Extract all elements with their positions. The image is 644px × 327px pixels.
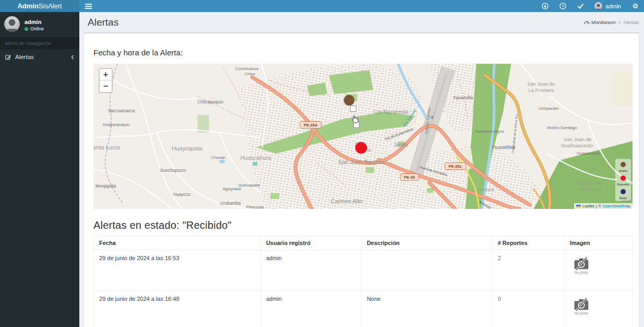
- user-status-label: Online: [30, 26, 44, 31]
- avatar: [594, 2, 602, 10]
- person-silhouette-icon: [594, 3, 602, 10]
- marker-disturbio[interactable]: [355, 142, 367, 154]
- legend-item: Asalto: [617, 160, 629, 172]
- legend-item: Robo: [617, 187, 629, 200]
- legend-label: Asalto: [617, 169, 629, 172]
- marker-asalto[interactable]: [344, 95, 354, 106]
- navbar-username: admin: [605, 3, 621, 9]
- brand-rest: SisAlert: [39, 2, 62, 10]
- no-photo-label: No photo: [571, 311, 592, 315]
- sidebar-username: admin: [25, 19, 41, 25]
- openstreetmap-link[interactable]: OpenStreetMap: [603, 204, 630, 208]
- sidebar-item-alertas[interactable]: Alertas: [0, 49, 79, 65]
- gears-icon: [632, 3, 639, 9]
- map-attribution: Leaflet | © OpenStreetMap: [574, 203, 633, 209]
- breadcrumb-current: Alertas: [623, 19, 639, 25]
- table-header-row: Fecha Usuario registró Descripción # Rep…: [94, 236, 633, 250]
- column-header-fecha: Fecha: [94, 236, 261, 250]
- alerts-table: Fecha Usuario registró Descripción # Rep…: [93, 236, 633, 327]
- column-header-reportes: # Reportes: [492, 236, 564, 250]
- check-icon: [577, 3, 584, 9]
- left-sidebar: admin Online Menú de navegación Alertas: [0, 12, 79, 327]
- cell-imagen: No photo: [564, 291, 632, 327]
- section-title: Alertas en estado: "Recibido": [93, 219, 633, 231]
- breadcrumb: Monitoreo> > Alertas: [584, 19, 639, 25]
- cell-imagen: No photo: [564, 250, 632, 291]
- hamburger-icon: [85, 3, 92, 10]
- user-status: Online: [25, 26, 44, 31]
- cell-reportes: 0: [492, 291, 564, 327]
- legend-dot: [621, 176, 626, 181]
- breadcrumb-parent-label: Monitoreo>: [591, 19, 616, 25]
- online-status-dot: [25, 27, 28, 31]
- marker-placeholder-1[interactable]: [350, 106, 356, 112]
- leaflet-link[interactable]: Leaflet: [582, 204, 594, 208]
- cell-descripcion: None: [361, 291, 492, 327]
- map-legend: AsaltoDisturbioRobo: [615, 159, 631, 201]
- cell-fecha: 29 de junio de 2024 a las 16:48: [94, 291, 261, 327]
- legend-label: Robo: [617, 196, 629, 200]
- arrow-circle-down-icon: [542, 3, 548, 9]
- zoom-in-button[interactable]: +: [100, 69, 112, 80]
- brand-bold: Admin: [17, 2, 38, 10]
- hand-cursor-icon: [351, 114, 360, 124]
- no-photo-label: No photo: [571, 271, 592, 274]
- user-panel: admin Online: [0, 12, 79, 37]
- top-navbar: AdminSisAlert: [0, 0, 644, 12]
- pencil-square-icon: [5, 54, 11, 60]
- sidebar-item-label: Alertas: [15, 54, 34, 60]
- user-menu[interactable]: admin: [589, 2, 626, 10]
- legend-dot: [621, 162, 626, 167]
- legend-item: Disturbio: [617, 173, 629, 186]
- person-silhouette-icon: [4, 17, 20, 32]
- no-photo-icon: No photo: [571, 256, 592, 274]
- column-header-descripcion: Descripción: [361, 236, 492, 250]
- table-row: 29 de junio de 2024 a las 16:48adminNone…: [94, 291, 633, 327]
- dashboard-gauge-icon: [584, 20, 590, 25]
- chevron-left-icon: [71, 55, 74, 60]
- content-header: Alertas Monitoreo> > Alertas: [79, 12, 644, 32]
- map-markers-layer: [93, 64, 633, 209]
- alerts-map[interactable]: PE-28APE-3SPE-3SL CconhuancaChicoChilcap…: [93, 64, 633, 209]
- cell-usuario: admin: [260, 291, 361, 327]
- content-box: Fecha y hora de la Alerta:: [84, 32, 639, 327]
- map-caption: Fecha y hora de la Alerta:: [93, 48, 633, 57]
- sidebar-menu-header: Menú de navegación: [0, 37, 79, 49]
- column-header-usuario: Usuario registró: [260, 236, 361, 250]
- reportes-link[interactable]: 2: [498, 255, 501, 261]
- breadcrumb-monitoreo[interactable]: Monitoreo>: [584, 19, 616, 25]
- brand-logo[interactable]: AdminSisAlert: [0, 0, 79, 12]
- content-area: Alertas Monitoreo> > Alertas Fecha y hor…: [79, 12, 644, 327]
- settings-button[interactable]: [626, 0, 644, 12]
- alerts-table-body: 29 de junio de 2024 a las 16:53admin2 No…: [94, 250, 633, 327]
- page-title: Alertas: [88, 17, 118, 28]
- sidebar-toggle-button[interactable]: [79, 0, 97, 12]
- attribution-copyright: ©: [599, 204, 602, 208]
- clock-button[interactable]: [554, 0, 571, 12]
- map-zoom-control: + −: [99, 68, 113, 93]
- no-photo-icon: No photo: [571, 297, 592, 315]
- zoom-out-button[interactable]: −: [100, 80, 112, 92]
- cell-usuario: admin: [260, 250, 361, 291]
- table-row: 29 de junio de 2024 a las 16:53admin2 No…: [94, 250, 633, 291]
- breadcrumb-separator: >: [618, 19, 622, 25]
- cell-descripcion: [361, 250, 492, 291]
- attribution-separator: |: [596, 204, 597, 208]
- flag-icon: [576, 205, 581, 208]
- cell-reportes: 2: [492, 250, 564, 291]
- reportes-link[interactable]: 0: [498, 296, 501, 302]
- column-header-imagen: Imagen: [564, 236, 632, 250]
- cell-fecha: 29 de junio de 2024 a las 16:53: [94, 250, 261, 291]
- check-button[interactable]: [571, 0, 589, 12]
- arrow-circle-down-button[interactable]: [536, 0, 554, 12]
- avatar: [4, 16, 20, 32]
- legend-dot: [621, 189, 626, 194]
- clock-icon: [559, 3, 566, 9]
- legend-label: Disturbio: [617, 183, 629, 186]
